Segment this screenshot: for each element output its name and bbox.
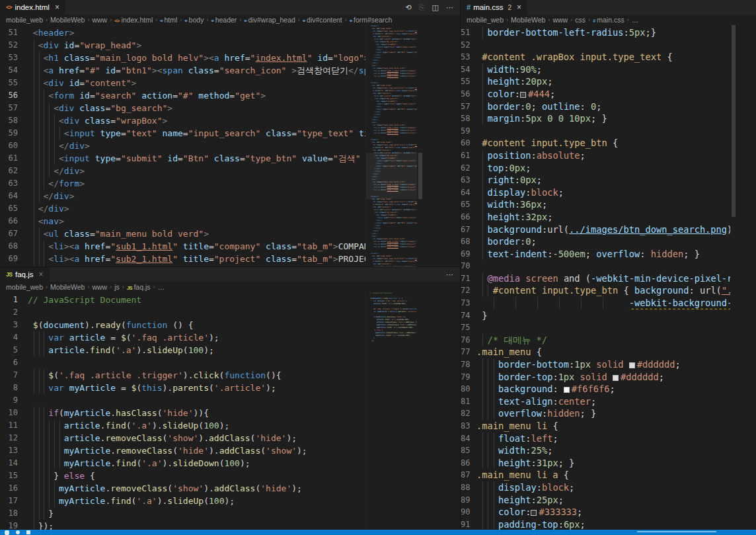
line-number: 70: [461, 260, 476, 272]
code-line: 4 var article = $('.faq .article');: [0, 331, 365, 344]
breadcrumb-item[interactable]: ‹› form#search: [350, 16, 393, 24]
timeline-icon[interactable]: ⟲: [406, 3, 412, 12]
breadcrumb-item[interactable]: MobileWeb: [50, 16, 85, 24]
minimap-slider[interactable]: [366, 153, 417, 198]
breadcrumb-item[interactable]: www: [552, 16, 568, 24]
problems-errors-icon[interactable]: [16, 530, 20, 534]
code-line: 51 <header>: [0, 26, 365, 39]
breadcrumb-item[interactable]: mobile_web: [6, 16, 43, 24]
code-line: 59 <input type="text" name="input_search…: [0, 127, 365, 140]
breadcrumb-item[interactable]: JS faq.js: [127, 283, 151, 291]
breadcrumb-item[interactable]: ‹› div#content: [303, 16, 342, 24]
code-line: 57 <div class="bg_search">: [0, 102, 365, 114]
line-number: 75: [461, 321, 476, 334]
breadcrumb-item[interactable]: mobile_web: [6, 283, 43, 291]
breadcrumb-item[interactable]: MobileWeb: [50, 283, 85, 291]
code-lines[interactable]: 51 <header>52 <div id="wrap_head">53 <h1…: [0, 25, 365, 267]
breadcrumb-item[interactable]: …: [632, 16, 639, 24]
code-line: 91 padding-top:6px;: [461, 518, 730, 530]
breadcrumb-item[interactable]: MobileWeb: [511, 16, 545, 24]
code-line: 68 <li><a href="sub1_1.html" title="comp…: [0, 240, 365, 253]
minimap[interactable]: <header> <div id="wrap_head"> <h1 class=…: [365, 25, 417, 267]
breadcrumb-item[interactable]: www: [92, 283, 107, 291]
close-icon[interactable]: ×: [55, 3, 59, 12]
line-number: 55: [0, 77, 28, 89]
code-line: 54 width:90%;: [461, 63, 730, 76]
line-number: 84: [461, 432, 476, 445]
editor-status-text[interactable]: [637, 531, 716, 532]
code-line: 61 position:absolute;: [461, 149, 730, 162]
line-number: 72: [461, 284, 476, 297]
close-icon[interactable]: ×: [39, 270, 44, 279]
close-icon[interactable]: ×: [517, 3, 521, 12]
vertical-scrollbar[interactable]: [730, 25, 736, 530]
code-lines[interactable]: 51 border-bottom-left-radius:5px;}5253 #…: [461, 25, 730, 530]
line-number: 76: [461, 334, 476, 347]
minimap[interactable]: // JavaScript Document $(document).ready…: [365, 292, 417, 530]
breadcrumb-item[interactable]: css: [575, 16, 586, 24]
code-line: 80 background: #f6f6f6;: [461, 383, 730, 395]
code-editor-html[interactable]: 51 <header>52 <div id="wrap_head">53 <h1…: [0, 25, 460, 267]
code-line: 15 } else {: [0, 470, 365, 482]
editor-actions: [749, 0, 756, 15]
code-line: 78 border-bottom:1px solid #dddddd;: [461, 358, 730, 371]
remote-indicator-icon[interactable]: [5, 530, 9, 535]
more-actions-icon[interactable]: ⋯: [446, 3, 453, 12]
code-line: 71 @media screen and (-webkit-min-device…: [461, 272, 730, 285]
breadcrumb-item[interactable]: www: [92, 16, 107, 24]
code-line: 53 <h1 class="main_logo bold helv"><a hr…: [0, 52, 365, 64]
breadcrumb-item[interactable]: ‹› body: [184, 16, 204, 24]
code-line: 67 background:url(../images/btn_down_sea…: [461, 224, 730, 236]
breadcrumb-item[interactable]: ‹› div#wrap_head: [244, 16, 295, 24]
scrollbar-thumb[interactable]: [418, 153, 422, 198]
code-line: 66 <nav>: [0, 215, 365, 227]
code-lines[interactable]: 1// JavaScript Document23 $(document).re…: [0, 292, 365, 530]
breadcrumb-item[interactable]: mobile_web: [467, 16, 504, 24]
code-line: 64 </div>: [0, 190, 365, 202]
breadcrumb-item[interactable]: ‹› header: [211, 16, 237, 24]
code-line: 58 margin:5px 0 0 10px; }: [461, 112, 730, 125]
breadcrumb-separator: ›: [87, 284, 89, 290]
code-line: 62 </div>: [0, 165, 365, 177]
editor-group-css: # main.css 2 × mobile_web›MobileWeb›www›…: [461, 0, 756, 530]
line-number: 57: [0, 102, 28, 114]
line-number: 1: [0, 294, 28, 306]
line-number: 16: [0, 482, 28, 495]
code-editor-js[interactable]: 1// JavaScript Document23 $(document).re…: [0, 292, 460, 530]
tab-faq-js[interactable]: JS faq.js ×: [0, 267, 50, 282]
breadcrumb-separator: ›: [46, 17, 48, 23]
css-icon: #: [593, 18, 595, 24]
line-number: 67: [0, 227, 28, 240]
breadcrumb-item[interactable]: # main.css: [593, 16, 624, 24]
code-line: 90 color:#333333;: [461, 506, 730, 518]
code-line: 13 myArticle.removeClass('hide').addClas…: [0, 444, 365, 457]
breadcrumb-item[interactable]: js: [114, 283, 120, 291]
vertical-scrollbar[interactable]: [417, 25, 423, 267]
code-line: 61 <input type="submit" id="Btn" class="…: [0, 152, 365, 165]
more-actions-icon[interactable]: ⋯: [446, 270, 453, 279]
code-line: 10 if(myArticle.hasClass('hide')){: [0, 407, 365, 419]
line-number: 7: [0, 369, 28, 382]
vertical-scrollbar[interactable]: [417, 292, 423, 530]
open-changes-icon[interactable]: ⎘: [419, 3, 425, 12]
status-bar[interactable]: [0, 530, 756, 535]
minimap-content: <header> <div id="wrap_head"> <h1 class=…: [369, 25, 417, 267]
breadcrumb-separator: ›: [87, 17, 89, 23]
minimap-content: // JavaScript Document $(document).ready…: [369, 292, 417, 347]
scrollbar-thumb[interactable]: [732, 25, 736, 217]
code-editor-css[interactable]: 51 border-bottom-left-radius:5px;}5253 #…: [461, 25, 756, 530]
breadcrumb-item[interactable]: …: [158, 283, 165, 291]
breadcrumb-separator: ›: [298, 17, 300, 23]
split-editor-icon[interactable]: ◫: [432, 3, 439, 12]
breadcrumb-item[interactable]: <> index.html: [114, 16, 153, 24]
breadcrumb-separator: ›: [155, 17, 157, 23]
breadcrumb-separator: ›: [548, 17, 550, 23]
line-number: 61: [0, 152, 28, 165]
line-number: 77: [461, 346, 476, 358]
breadcrumb-item[interactable]: ‹› html: [160, 16, 177, 24]
problems-warnings-icon[interactable]: [26, 530, 30, 534]
line-number: 66: [0, 215, 28, 227]
tab-main-css[interactable]: # main.css 2 ×: [461, 0, 527, 15]
tab-index-html[interactable]: <> index.html ×: [0, 0, 65, 15]
line-number: 59: [461, 125, 476, 138]
